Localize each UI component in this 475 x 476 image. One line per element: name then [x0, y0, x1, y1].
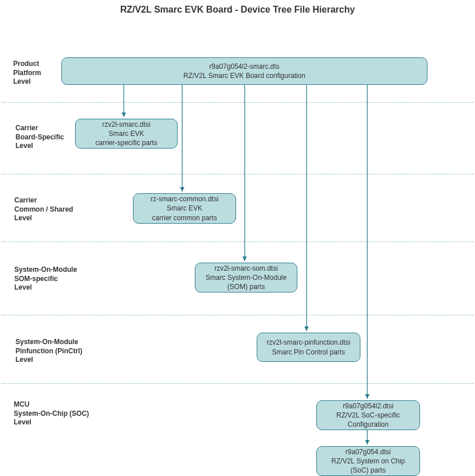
divider-2	[2, 174, 474, 174]
node-carrier-specific-desc1: Smarc EVK	[95, 129, 157, 138]
node-carrier-common-desc2: carrier common parts	[151, 213, 219, 223]
divider-4	[2, 315, 474, 315]
node-product-dts-desc: RZ/V2L Smarc EVK Board configuration	[183, 71, 305, 80]
diagram-title: RZ/V2L Smarc EVK Board - Device Tree Fil…	[0, 5, 475, 15]
level-label-mcu-soc: MCU System-On-Chip (SOC) Level	[14, 400, 89, 427]
diagram-canvas: RZ/V2L Smarc EVK Board - Device Tree Fil…	[0, 0, 475, 476]
node-product-dts-file: r9a07g054l2-smarc.dts	[183, 62, 305, 71]
node-soc-parts-desc1: RZ/V2L System on Chip	[331, 457, 405, 466]
node-pinfunction-file: rzv2l-smarc-pinfunction.dtsi	[266, 338, 350, 347]
level-label-som-pinctrl: System-On-Module Pinfunction (PinCtrl) L…	[15, 338, 83, 365]
divider-1	[2, 102, 474, 103]
node-carrier-common-desc1: Smarc EVK	[151, 204, 219, 213]
node-soc-specific-desc1: RZ/V2L SoC-specific	[336, 411, 400, 420]
divider-5	[2, 383, 474, 384]
node-soc-parts: r9a07g054.dtsi RZ/V2L System on Chip (So…	[316, 446, 420, 476]
node-product-dts: r9a07g054l2-smarc.dts RZ/V2L Smarc EVK B…	[61, 57, 427, 85]
node-som-desc2: (SOM) parts	[206, 282, 286, 291]
node-carrier-specific: rzv2l-smarc.dtsi Smarc EVK carrier-speci…	[75, 119, 178, 149]
node-som-desc1: Smarc System-On-Module	[206, 273, 286, 282]
node-soc-specific: r9a07g054l2.dtsi RZ/V2L SoC-specific Con…	[316, 400, 420, 430]
node-pinfunction: rzv2l-smarc-pinfunction.dtsi Smarc Pin C…	[257, 333, 360, 362]
node-carrier-common: rz-smarc-common.dtsi Smarc EVK carrier c…	[133, 193, 236, 224]
divider-3	[2, 241, 474, 242]
node-soc-parts-desc2: (SoC) parts	[331, 466, 405, 475]
node-carrier-specific-desc2: carrier-specific parts	[95, 138, 157, 147]
level-label-product: Product Platform Level	[13, 60, 41, 87]
node-soc-parts-file: r9a07g054.dtsi	[331, 447, 405, 457]
level-label-som-specific: System-On-Module SOM-specific Level	[14, 266, 77, 292]
node-soc-specific-file: r9a07g054l2.dtsi	[336, 401, 400, 411]
node-som: rzv2l-smarc-som.dtsi Smarc System-On-Mod…	[195, 263, 297, 292]
node-soc-specific-desc2: Configuration	[336, 420, 400, 429]
level-label-carrier-specific: Carrier Board-Specific Level	[15, 124, 64, 151]
node-carrier-common-file: rz-smarc-common.dtsi	[151, 194, 219, 204]
node-som-file: rzv2l-smarc-som.dtsi	[206, 264, 286, 273]
node-pinfunction-desc: Smarc Pin Control parts	[266, 348, 350, 357]
node-carrier-specific-file: rzv2l-smarc.dtsi	[95, 120, 157, 129]
level-label-carrier-common: Carrier Common / Shared Level	[14, 196, 73, 223]
